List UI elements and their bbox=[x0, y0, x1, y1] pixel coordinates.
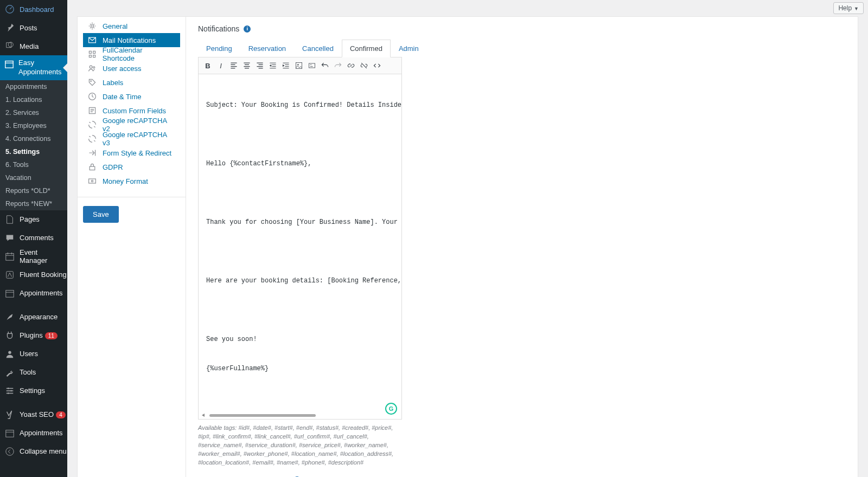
top-bar: Help▼ bbox=[67, 0, 868, 16]
badge: 4 bbox=[56, 411, 66, 418]
menu-label: Appointments bbox=[20, 289, 63, 297]
available-tags-hint: Available tags: #id#, #date#, #start#, #… bbox=[198, 424, 402, 467]
menu-fluent-booking[interactable]: Fluent Booking bbox=[0, 266, 67, 284]
outdent-button[interactable] bbox=[280, 60, 292, 72]
italic-button[interactable]: I bbox=[215, 60, 227, 72]
sub-vacation[interactable]: Vacation bbox=[0, 171, 67, 184]
menu-easy-appointments[interactable]: Easy Appointments bbox=[0, 55, 67, 80]
sub-tools[interactable]: 6. Tools bbox=[0, 158, 67, 171]
settings-nav-mail[interactable]: Mail Notifications bbox=[83, 33, 180, 47]
recaptcha-icon bbox=[87, 120, 97, 130]
save-button[interactable]: Save bbox=[83, 206, 119, 223]
svg-point-1 bbox=[8, 42, 13, 47]
menu-plugins[interactable]: Plugins11 bbox=[0, 326, 67, 345]
settings-nav-custom-form[interactable]: Custom Form Fields bbox=[83, 104, 180, 118]
svg-rect-22 bbox=[296, 62, 302, 68]
settings-nav-recaptcha-v3[interactable]: Google reCAPTCHA v3 bbox=[83, 132, 180, 146]
menu-appointments-3[interactable]: Appointments bbox=[0, 424, 67, 442]
lock-icon bbox=[87, 162, 97, 172]
tab-cancelled[interactable]: Cancelled bbox=[294, 40, 342, 57]
calendar-icon bbox=[4, 428, 15, 439]
sub-locations[interactable]: 1. Locations bbox=[0, 93, 67, 106]
editor-line bbox=[206, 247, 394, 256]
sub-employees[interactable]: 3. Employees bbox=[0, 119, 67, 132]
sub-settings[interactable]: 5. Settings bbox=[0, 145, 67, 158]
svg-point-14 bbox=[90, 66, 92, 68]
scroll-thumb[interactable] bbox=[209, 414, 316, 417]
undo-button[interactable] bbox=[319, 60, 331, 72]
menu-posts[interactable]: Posts bbox=[0, 18, 67, 37]
grammarly-icon[interactable] bbox=[385, 403, 397, 415]
nav-label: Custom Form Fields bbox=[103, 107, 166, 115]
settings-nav-recaptcha-v2[interactable]: Google reCAPTCHA v2 bbox=[83, 118, 180, 132]
indent-button[interactable] bbox=[267, 60, 279, 72]
sub-reports-old[interactable]: Reports *OLD* bbox=[0, 184, 67, 197]
menu-appearance[interactable]: Appearance bbox=[0, 308, 67, 326]
redo-button[interactable] bbox=[332, 60, 344, 72]
section-heading: Notifications i bbox=[198, 24, 402, 33]
menu-label: Settings bbox=[20, 386, 45, 395]
tab-admin[interactable]: Admin bbox=[391, 40, 427, 57]
menu-pages[interactable]: Pages bbox=[0, 210, 67, 229]
info-icon[interactable]: i bbox=[244, 25, 251, 33]
menu-yoast[interactable]: Yoast SEO4 bbox=[0, 405, 67, 424]
svg-point-21 bbox=[91, 180, 93, 182]
settings-nav-general[interactable]: General bbox=[83, 19, 180, 33]
settings-nav-user-access[interactable]: User access bbox=[83, 61, 180, 75]
menu-comments[interactable]: Comments bbox=[0, 229, 67, 247]
svg-point-16 bbox=[91, 81, 92, 82]
nav-label: Google reCAPTCHA v3 bbox=[103, 131, 176, 147]
editor-line bbox=[206, 130, 394, 139]
sub-appointments[interactable]: Appointments bbox=[0, 80, 67, 93]
editor-line: See you soon! bbox=[206, 334, 394, 344]
nav-label: Money Format bbox=[103, 177, 148, 185]
settings-nav-form-style[interactable]: Form Style & Redirect bbox=[83, 146, 180, 160]
menu-users[interactable]: Users bbox=[0, 345, 67, 363]
menu-media[interactable]: Media bbox=[0, 37, 67, 55]
redirect-icon bbox=[87, 148, 97, 158]
tab-confirmed[interactable]: Confirmed bbox=[342, 40, 391, 57]
nav-label: Date & Time bbox=[103, 93, 142, 101]
settings-nav-date-time[interactable]: Date & Time bbox=[83, 89, 180, 104]
menu-event-manager[interactable]: Event Manager bbox=[0, 247, 67, 266]
menu-settings[interactable]: Settings bbox=[0, 382, 67, 400]
plug-icon bbox=[4, 330, 15, 341]
code-button[interactable] bbox=[371, 60, 383, 72]
link-var-button[interactable] bbox=[306, 60, 318, 72]
menu-dashboard[interactable]: Dashboard bbox=[0, 0, 67, 18]
help-button[interactable]: Help▼ bbox=[833, 2, 864, 14]
sub-reports-new[interactable]: Reports *NEW* bbox=[0, 197, 67, 210]
align-right-button[interactable] bbox=[254, 60, 266, 72]
clock-icon bbox=[87, 92, 97, 101]
link-button[interactable] bbox=[345, 60, 357, 72]
tab-pending[interactable]: Pending bbox=[198, 40, 240, 57]
editor-line: Subject: Your Booking is Confirmed! Deta… bbox=[206, 100, 394, 110]
calendar-icon bbox=[4, 288, 15, 299]
align-center-button[interactable] bbox=[241, 60, 253, 72]
svg-rect-5 bbox=[6, 290, 14, 297]
settings-nav-gdpr[interactable]: GDPR bbox=[83, 160, 180, 174]
settings-nav-money[interactable]: Money Format bbox=[83, 174, 180, 188]
editor-line bbox=[206, 188, 394, 198]
nav-label: GDPR bbox=[103, 163, 123, 171]
align-left-button[interactable] bbox=[228, 60, 240, 72]
menu-appointments-2[interactable]: Appointments bbox=[0, 284, 67, 302]
mail-icon bbox=[87, 35, 97, 45]
tab-reservation[interactable]: Reservation bbox=[240, 40, 294, 57]
image-button[interactable] bbox=[293, 60, 305, 72]
sliders-icon bbox=[4, 385, 15, 396]
calendar-icon bbox=[4, 251, 15, 262]
settings-nav-fullcalendar[interactable]: FullCalendar Shortcode bbox=[83, 47, 180, 61]
menu-tools[interactable]: Tools bbox=[0, 363, 67, 382]
rte-editor[interactable]: Subject: Your Booking is Confirmed! Deta… bbox=[198, 74, 402, 420]
unlink-button[interactable] bbox=[358, 60, 370, 72]
menu-label: Media bbox=[20, 42, 39, 50]
settings-nav-labels[interactable]: Labels bbox=[83, 75, 180, 89]
sub-services[interactable]: 2. Services bbox=[0, 106, 67, 119]
bold-button[interactable]: B bbox=[202, 60, 214, 72]
menu-collapse[interactable]: Collapse menu bbox=[0, 442, 67, 461]
sub-connections[interactable]: 4. Connections bbox=[0, 132, 67, 145]
editor-scrollbar[interactable] bbox=[203, 414, 386, 417]
user-icon bbox=[4, 349, 15, 359]
svg-rect-3 bbox=[6, 253, 14, 260]
